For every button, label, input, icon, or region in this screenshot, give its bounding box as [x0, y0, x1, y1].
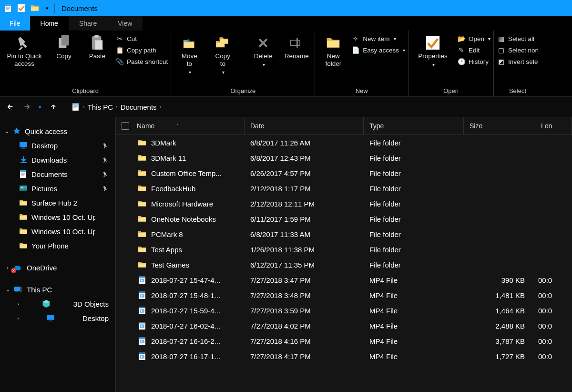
- edit-button[interactable]: ✎Edit: [457, 46, 490, 54]
- desktop-icon: [19, 141, 28, 150]
- ribbon-group-organize: Move to▾ Copy to▾ Delete▾ Rename Organiz…: [171, 31, 315, 96]
- table-row[interactable]: Test Games6/12/2017 11:35 PMFile folder: [116, 257, 572, 272]
- pin-icon: [103, 143, 109, 148]
- group-label-organize: Organize: [174, 86, 312, 95]
- select-none-button[interactable]: ▢Select non: [497, 46, 539, 54]
- table-row[interactable]: Microsoft Hardware2/12/2018 12:11 PMFile…: [116, 196, 572, 211]
- open-icon: 📂: [457, 34, 466, 43]
- easy-access-button[interactable]: 📄Easy access▾: [351, 46, 405, 54]
- pin-icon: [103, 186, 109, 191]
- pin-to-quick-access-button[interactable]: Pin to Quick access: [3, 32, 46, 68]
- column-header-type[interactable]: Type: [364, 117, 464, 134]
- file-name: Custom Office Temp...: [151, 169, 222, 177]
- nav-up-button[interactable]: [47, 100, 60, 113]
- pin-icon: [103, 157, 109, 163]
- sidebar-item-label: Documents: [31, 170, 68, 178]
- file-name: 3DMark 11: [151, 154, 186, 162]
- table-row[interactable]: 2018-07-27 15-47-4...7/27/2018 3:47 PMMP…: [116, 272, 572, 288]
- table-row[interactable]: 3DMark6/8/2017 11:26 AMFile folder: [116, 135, 572, 150]
- sidebar-item[interactable]: Windows 10 Oct. Up: [0, 224, 115, 238]
- breadcrumb-folder-icon: [72, 103, 80, 111]
- table-row[interactable]: PCMark 86/8/2017 11:33 AMFile folder: [116, 227, 572, 242]
- pc-icon: [13, 285, 22, 294]
- invert-selection-button[interactable]: ◩Invert sele: [497, 57, 539, 66]
- copy-button[interactable]: Copy: [49, 32, 79, 60]
- nav-back-button[interactable]: [4, 100, 17, 113]
- table-row[interactable]: 3DMark 116/8/2017 12:43 PMFile folder: [116, 150, 572, 165]
- qat-new-folder-icon[interactable]: [31, 4, 39, 12]
- table-row[interactable]: Test Apps1/26/2018 11:38 PMFile folder: [116, 242, 572, 257]
- open-button[interactable]: 📂Open▾: [457, 34, 490, 43]
- sidebar-item[interactable]: Downloads: [0, 153, 115, 167]
- file-name: 2018-07-27 16-16-2...: [151, 337, 220, 345]
- tab-view[interactable]: View: [107, 16, 143, 31]
- history-button[interactable]: 🕑History: [457, 57, 490, 66]
- move-to-button[interactable]: Move to▾: [174, 32, 204, 76]
- properties-button[interactable]: Properties▾: [411, 32, 454, 69]
- column-header-name[interactable]: Name ˄: [116, 117, 245, 134]
- table-row[interactable]: OneNote Notebooks6/11/2017 1:59 PMFile f…: [116, 211, 572, 227]
- new-folder-button[interactable]: New folder: [318, 32, 348, 68]
- qat-new-doc-icon[interactable]: [4, 4, 12, 12]
- file-type: File folder: [364, 139, 464, 147]
- pictures-icon: [19, 184, 28, 193]
- file-size: 1,464 KB: [464, 307, 535, 315]
- table-row[interactable]: FeedbackHub2/12/2018 1:17 PMFile folder: [116, 181, 572, 196]
- table-row[interactable]: 2018-07-27 16-16-2...7/27/2018 4:16 PMMP…: [116, 333, 572, 349]
- copy-path-button[interactable]: 📋Copy path: [115, 46, 168, 54]
- desktop-icon: [46, 314, 55, 322]
- copy-to-button[interactable]: Copy to▾: [207, 32, 238, 76]
- column-header-date[interactable]: Date: [245, 117, 364, 134]
- sidebar-item[interactable]: Pictures: [0, 181, 115, 196]
- qat-customize-dropdown[interactable]: ▾: [44, 5, 51, 11]
- sidebar-onedrive[interactable]: › ✕ OneDrive: [0, 260, 115, 275]
- chevron-right-icon: ›: [160, 104, 162, 110]
- file-name: Test Apps: [151, 246, 182, 254]
- breadcrumb[interactable]: › This PC › Documents ›: [72, 103, 161, 111]
- chevron-right-icon: ›: [83, 104, 85, 110]
- file-type: MP4 File: [364, 322, 464, 330]
- select-all-button[interactable]: ▦Select all: [497, 34, 539, 43]
- table-row[interactable]: 2018-07-27 16-17-1...7/27/2018 4:17 PMMP…: [116, 349, 572, 364]
- table-row[interactable]: 2018-07-27 15-48-1...7/27/2018 3:48 PMMP…: [116, 288, 572, 303]
- tab-home[interactable]: Home: [30, 16, 69, 31]
- document-icon: [19, 170, 28, 178]
- sidebar-item[interactable]: Your Phone: [0, 238, 115, 253]
- rename-button[interactable]: Rename: [281, 32, 312, 60]
- qat-properties-icon[interactable]: [17, 4, 26, 12]
- paste-shortcut-button[interactable]: 📎Paste shortcut: [115, 57, 168, 66]
- table-row[interactable]: 2018-07-27 16-02-4...7/27/2018 4:02 PMMP…: [116, 318, 572, 333]
- table-row[interactable]: Custom Office Temp...6/26/2017 4:57 PMFi…: [116, 165, 572, 181]
- select-all-icon: ▦: [497, 34, 505, 43]
- file-size: 1,727 KB: [464, 352, 535, 361]
- properties-icon: [425, 35, 440, 51]
- file-type: MP4 File: [364, 352, 464, 361]
- table-row[interactable]: 2018-07-27 15-59-4...7/27/2018 3:59 PMMP…: [116, 303, 572, 318]
- sort-indicator-icon: ˄: [176, 124, 179, 129]
- sidebar-item[interactable]: Surface Hub 2: [0, 196, 115, 210]
- nav-forward-button[interactable]: [20, 100, 33, 113]
- sidebar-item[interactable]: Documents: [0, 167, 115, 181]
- sidebar-item[interactable]: Windows 10 Oct. Up: [0, 210, 115, 224]
- sidebar-item[interactable]: ›Desktop: [0, 311, 115, 325]
- column-header-length[interactable]: Len: [535, 117, 572, 134]
- new-item-button[interactable]: ✧New item▾: [351, 34, 405, 43]
- sidebar-this-pc[interactable]: ⌄ This PC: [0, 282, 115, 297]
- tab-share[interactable]: Share: [69, 16, 107, 31]
- nav-recent-dropdown[interactable]: ▾: [36, 100, 44, 113]
- cut-button[interactable]: ✂Cut: [115, 34, 168, 43]
- column-header-size[interactable]: Size: [464, 117, 535, 134]
- sidebar-item[interactable]: Desktop: [0, 138, 115, 153]
- paste-button[interactable]: Paste: [82, 32, 112, 60]
- select-all-checkbox[interactable]: [122, 122, 129, 130]
- breadcrumb-this-pc[interactable]: This PC: [88, 103, 113, 111]
- breadcrumb-documents[interactable]: Documents: [121, 103, 157, 111]
- svg-rect-27: [296, 38, 298, 48]
- delete-button[interactable]: Delete▾: [248, 32, 278, 69]
- sidebar-item[interactable]: ›3D Objects: [0, 297, 115, 311]
- sidebar-quick-access[interactable]: ⌄ Quick access: [0, 124, 115, 138]
- new-item-icon: ✧: [351, 34, 360, 43]
- file-date: 7/27/2018 4:17 PM: [245, 352, 364, 361]
- file-date: 6/26/2017 4:57 PM: [245, 169, 364, 177]
- tab-file[interactable]: File: [0, 16, 30, 31]
